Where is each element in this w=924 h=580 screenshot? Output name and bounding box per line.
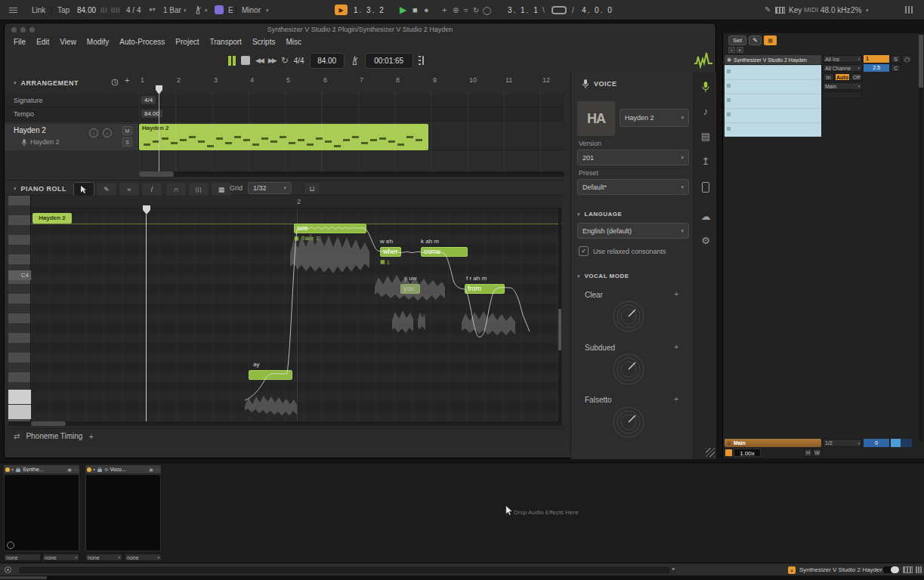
- device2-header[interactable]: ▾ ⚙ Voco... ▣ ⋯: [85, 465, 161, 474]
- language-dropdown[interactable]: English (default)▾: [577, 223, 689, 239]
- device2-param-dropdown[interactable]: none▾: [125, 554, 162, 561]
- info-icon[interactable]: [5, 566, 11, 573]
- nudge-up-icon[interactable]: ||||: [111, 6, 120, 13]
- arrangement-hscrollbar[interactable]: [139, 171, 564, 177]
- export-icon[interactable]: ↥: [694, 156, 718, 167]
- plugin-window-toggle[interactable]: [882, 566, 899, 573]
- output-channel-box[interactable]: [823, 91, 862, 99]
- version-dropdown[interactable]: 201▾: [577, 150, 689, 165]
- width-button[interactable]: W: [813, 449, 821, 457]
- reenable-automation-icon[interactable]: ↻: [473, 6, 479, 14]
- parameters-view-button[interactable]: |||: [188, 182, 209, 196]
- voice-avatar[interactable]: HA: [577, 101, 615, 136]
- loop-length-field[interactable]: 4. 0. 0: [582, 6, 613, 14]
- piano-key-white[interactable]: [8, 390, 31, 404]
- transport-signature[interactable]: 4/4: [294, 57, 304, 65]
- device-more-icon[interactable]: ⋯: [73, 467, 78, 472]
- rewind-icon[interactable]: ◀◀: [255, 57, 263, 64]
- phoneme-timing-bar[interactable]: ⇄ Phoneme Timing +: [5, 428, 564, 443]
- tempo-field[interactable]: 84.00: [77, 6, 96, 14]
- status-scrollbar[interactable]: [20, 567, 669, 573]
- phoneme-come[interactable]: k ah m: [421, 238, 439, 245]
- device-wrench-icon[interactable]: ⚙: [104, 467, 108, 472]
- lyrics-icon[interactable]: ▤: [694, 131, 718, 142]
- cloud-icon[interactable]: ☁: [694, 211, 718, 222]
- height-button[interactable]: H: [804, 449, 812, 457]
- main-level[interactable]: 0: [864, 439, 889, 447]
- stop-button[interactable]: ■: [413, 5, 418, 14]
- menu-view[interactable]: View: [60, 38, 76, 46]
- clip-slot-grid[interactable]: [725, 65, 821, 137]
- note-wher[interactable]: wher: [380, 247, 401, 257]
- menu-modify[interactable]: Modify: [87, 38, 109, 46]
- status-expand-icon[interactable]: ▸: [672, 566, 675, 572]
- zoom-chip-icon[interactable]: [725, 449, 732, 456]
- scale-mode-menu[interactable]: Minor: [242, 6, 261, 14]
- scroll-thumb[interactable]: [139, 171, 174, 177]
- metronome-chevron-icon[interactable]: ▾: [205, 8, 208, 14]
- monitor-auto-button[interactable]: Auto: [835, 73, 850, 81]
- subdued-knob[interactable]: [611, 352, 646, 387]
- cpu-meter[interactable]: 2%: [851, 6, 861, 14]
- device1-header[interactable]: ▾ Synthe... ▣ ⋯: [4, 465, 79, 474]
- set-button[interactable]: Set: [728, 35, 746, 45]
- drop-area-hint[interactable]: Drop Audio Effects Here: [514, 509, 579, 516]
- roll-track-tag[interactable]: Hayden 2: [32, 213, 72, 224]
- device-power-button[interactable]: [5, 467, 10, 472]
- transport-time-field[interactable]: 00:01:65: [365, 53, 413, 69]
- track-mute-button[interactable]: M: [122, 126, 132, 135]
- quantize-dot-icon[interactable]: ●▾: [149, 6, 156, 13]
- phoneme-ay[interactable]: ay: [253, 361, 259, 368]
- menu-misc[interactable]: Misc: [286, 38, 301, 46]
- device-fold-icon[interactable]: ▾: [93, 467, 95, 472]
- io-toggle-button[interactable]: ▦: [764, 35, 777, 45]
- settings-gear-icon[interactable]: ⚙: [694, 235, 718, 246]
- menu-auto-process[interactable]: Auto-Process: [119, 38, 165, 46]
- roll-vscrollbar[interactable]: [558, 208, 561, 421]
- matrix-view-button[interactable]: ▦: [211, 182, 232, 196]
- device-icon[interactable]: [702, 182, 709, 193]
- plugin-chip-icon[interactable]: ▴: [788, 566, 796, 574]
- track-header[interactable]: Hayden 2 ◦ ◦ M S Hayden 2: [5, 124, 139, 150]
- voice-track-sub-name[interactable]: Hayden 2: [30, 138, 60, 146]
- arrangement-position[interactable]: 1. 3. 2: [354, 6, 385, 14]
- cpu-chevron-icon[interactable]: ▾: [866, 8, 869, 14]
- window-resize-handle[interactable]: [706, 448, 715, 457]
- draw-mode-icon[interactable]: ✎: [765, 5, 771, 14]
- device-more-icon[interactable]: ⋯: [155, 467, 159, 472]
- stop-button[interactable]: [241, 56, 250, 65]
- roll-hscrollbar[interactable]: [8, 421, 562, 426]
- punch-out-icon[interactable]: /: [572, 6, 574, 14]
- menu-file[interactable]: File: [14, 38, 26, 46]
- pitch-tool-button[interactable]: ≈: [119, 182, 140, 196]
- tempo-track-icon[interactable]: [111, 79, 119, 86]
- bar-ruler[interactable]: 1 2 3 4 5 6 7 8 9 10 11 12: [139, 76, 564, 91]
- phoneme-from[interactable]: f r ah m: [466, 275, 487, 282]
- loop-playback-icon[interactable]: ↻: [281, 55, 289, 66]
- pencil-tool-button[interactable]: ✎: [96, 182, 117, 196]
- key-map-button[interactable]: Key: [789, 6, 802, 14]
- menu-transport[interactable]: Transport: [209, 38, 241, 46]
- quantize-menu[interactable]: 1 Bar: [163, 6, 181, 14]
- midi-keyboard-icon[interactable]: [775, 7, 785, 14]
- device1-sidechain-dropdown[interactable]: none: [4, 554, 41, 561]
- metronome-icon[interactable]: [350, 55, 360, 66]
- fast-forward-icon[interactable]: ▶▶: [268, 57, 276, 64]
- note-you[interactable]: you: [400, 284, 420, 294]
- track-volume[interactable]: 2.5: [864, 64, 889, 72]
- arrangement-playhead-marker[interactable]: [156, 85, 162, 94]
- main-track-header[interactable]: ⊙ Main: [725, 439, 821, 447]
- take-label[interactable]: ▦ Take 1: [294, 235, 319, 242]
- transport-tempo-field[interactable]: 84.00: [310, 53, 345, 69]
- note-see[interactable]: see: [294, 224, 366, 233]
- tap-button[interactable]: Tap: [57, 6, 70, 14]
- subdued-add-button[interactable]: +: [674, 342, 678, 351]
- overdub-plus-icon[interactable]: +: [442, 5, 447, 14]
- session-track-header[interactable]: ◉ Synthesizer V Studio 2 Hayden: [725, 55, 821, 64]
- device-power-button[interactable]: [87, 467, 91, 472]
- scroll-thumb[interactable]: [0, 576, 47, 579]
- device2-body[interactable]: [85, 474, 161, 551]
- phoneme-timing-add-button[interactable]: +: [88, 432, 93, 441]
- link-button[interactable]: Link: [32, 6, 45, 14]
- piano-keys[interactable]: C4: [8, 196, 31, 421]
